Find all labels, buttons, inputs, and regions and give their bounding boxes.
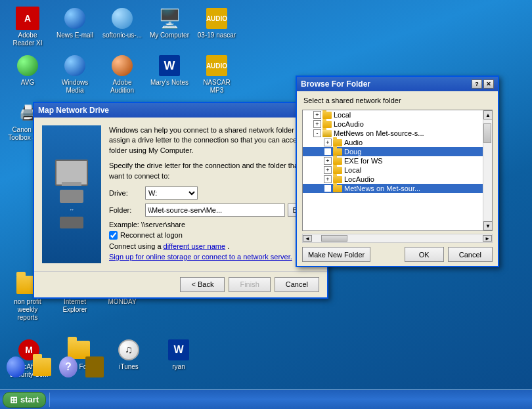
expand-local1[interactable]: +: [313, 111, 321, 119]
folder-icon-metnews2: [333, 185, 342, 192]
icon-adobe-audition[interactable]: Adobe Audition: [99, 51, 146, 97]
icon-nascar-mp3[interactable]: AUDIO NASCAR MP3: [193, 51, 240, 97]
icon-ryan[interactable]: W ryan: [155, 335, 202, 381]
browse-subtitle: Select a shared network folder: [297, 91, 498, 107]
expand-doug[interactable]: +: [324, 148, 332, 156]
icon-help-bottom[interactable]: ?: [55, 355, 81, 380]
help-titlebar-button[interactable]: ?: [472, 79, 482, 89]
tree-label-localaudio1: LocAudio: [334, 120, 364, 128]
drive-label: Drive:: [109, 189, 145, 197]
icon-folder-bottom[interactable]: [29, 355, 55, 380]
tree-item-exe[interactable]: + EXE for WS: [303, 156, 483, 165]
browse-title: Browse For Folder: [301, 79, 370, 89]
reconnect-row: Reconnect at logon: [109, 231, 319, 240]
scrollbar-up-button[interactable]: ▲: [483, 110, 493, 119]
folder-tree: + Local + LocAudio - MetNews on Met-sour…: [302, 110, 493, 231]
reconnect-checkbox[interactable]: [109, 231, 118, 240]
expand-localaudio1[interactable]: +: [313, 120, 321, 128]
tree-item-metnews2[interactable]: + MetNews on Met-sour...: [303, 184, 483, 193]
folder-icon-localaudio2: [333, 176, 342, 183]
signup-row: Sign up for online storage or connect to…: [109, 253, 319, 261]
signup-link[interactable]: Sign up for online storage or connect to…: [109, 253, 292, 261]
left-column-icons: ?: [0, 353, 110, 383]
tree-item-local1[interactable]: + Local: [303, 110, 483, 119]
map-drive-title: Map Network Drive: [38, 106, 109, 115]
tree-vertical-scrollbar[interactable]: ▲ ▼: [483, 110, 492, 230]
taskbar: ⊞ start: [0, 389, 532, 409]
icon-itunes[interactable]: ♫ iTunes: [105, 335, 152, 381]
scrollbar-thumb[interactable]: [483, 123, 491, 143]
make-new-folder-button[interactable]: Make New Folder: [302, 247, 370, 262]
map-drive-titlebar: Map Network Drive: [34, 103, 327, 118]
folder-icon-doug: [333, 148, 342, 156]
tree-label-localaudio2: LocAudio: [344, 175, 374, 183]
icon-avg[interactable]: AVG: [4, 51, 51, 97]
tree-item-local2[interactable]: + Local: [303, 165, 483, 175]
browse-cancel-button[interactable]: Cancel: [448, 247, 493, 262]
folder-icon-exe: [333, 158, 342, 165]
map-drive-buttons: < Back Finish Cancel: [34, 271, 327, 297]
expand-metnews2[interactable]: +: [324, 184, 332, 192]
start-button[interactable]: ⊞ start: [3, 392, 46, 408]
cancel-button[interactable]: Cancel: [275, 277, 319, 292]
tree-item-audio[interactable]: + Audio: [303, 138, 483, 147]
browse-ok-button[interactable]: OK: [405, 247, 444, 262]
tree-horizontal-scrollbar[interactable]: ◄ ►: [302, 234, 493, 243]
expand-metnews[interactable]: -: [313, 129, 321, 137]
expand-local2[interactable]: +: [324, 166, 332, 174]
tree-label-local2: Local: [344, 166, 361, 174]
expand-localaudio2[interactable]: +: [324, 175, 332, 183]
icon-my-computer[interactable]: 🖥️ My Computer: [146, 4, 193, 50]
icon-softonic[interactable]: softonic-us-...: [99, 4, 146, 50]
tree-item-metnews[interactable]: - MetNews on Met-source-s...: [303, 129, 483, 138]
connect-user-row: Connect using a different user name .: [109, 242, 319, 250]
tree-label-exe: EXE for WS: [344, 157, 383, 165]
windows-logo-icon: ⊞: [10, 395, 18, 405]
horiz-scroll-right[interactable]: ►: [483, 235, 492, 242]
back-button[interactable]: < Back: [180, 277, 225, 292]
folder-icon-audio: [333, 139, 342, 146]
icon-nascar[interactable]: AUDIO 03-19 nascar: [193, 4, 240, 50]
scrollbar-down-button[interactable]: ▼: [483, 221, 493, 230]
folder-label: Folder:: [109, 206, 145, 214]
browse-for-folder-dialog: Browse For Folder ? ✕ Select a shared ne…: [296, 75, 499, 267]
map-drive-right: Windows can help you connect to a shared…: [109, 125, 319, 263]
tree-item-localaudio2[interactable]: + LocAudio: [303, 175, 483, 184]
drive-form-row: Drive: W:: [109, 186, 319, 200]
expand-audio[interactable]: +: [324, 139, 332, 146]
tree-label-local1: Local: [334, 111, 351, 119]
different-user-link[interactable]: different user name: [164, 242, 226, 250]
finish-button[interactable]: Finish: [229, 277, 270, 292]
icon-adobe-reader[interactable]: A Adobe Reader XI: [4, 4, 51, 50]
close-titlebar-button[interactable]: ✕: [483, 79, 494, 89]
folder-form-row: Folder: Brow...: [109, 204, 319, 217]
map-network-drive-dialog: Map Network Drive ↔ Windows can help you…: [33, 102, 328, 299]
ok-cancel-group: OK Cancel: [405, 247, 493, 262]
tree-label-metnews2: MetNews on Met-sour...: [344, 184, 420, 192]
titlebar-buttons: ? ✕: [472, 79, 494, 89]
horiz-scroll-thumb[interactable]: [321, 235, 347, 242]
tree-label-doug: Doug: [344, 148, 361, 156]
browse-titlebar: Browse For Folder ? ✕: [297, 77, 498, 91]
expand-exe[interactable]: +: [324, 157, 332, 165]
tree-content: + Local + LocAudio - MetNews on Met-sour…: [303, 110, 483, 230]
drive-select[interactable]: W:: [145, 186, 198, 200]
browse-dialog-buttons: Make New Folder OK Cancel: [297, 243, 498, 266]
folder-icon-local1: [322, 112, 332, 119]
folder-icon-localaudio1: [322, 121, 332, 128]
icon-news-email[interactable]: News E-mail: [51, 4, 99, 50]
tree-item-localaudio1[interactable]: + LocAudio: [303, 119, 483, 129]
folder-icon-local2: [333, 167, 342, 174]
taskbar-separator: [49, 393, 50, 407]
icon-windows-media[interactable]: Windows Media: [51, 51, 99, 97]
folder-input[interactable]: [145, 204, 285, 217]
icon-misc-bottom[interactable]: [81, 355, 108, 380]
folder-icon-metnews: [322, 130, 332, 137]
icon-marys-notes[interactable]: W Mary's Notes: [146, 51, 193, 97]
tree-item-doug[interactable]: + Doug: [303, 147, 483, 156]
horiz-scroll-left[interactable]: ◄: [303, 235, 312, 242]
map-drive-desc2: Specify the drive letter for the connect…: [109, 161, 319, 181]
icon-ie-bottom[interactable]: [3, 355, 29, 380]
map-drive-desc: Windows can help you connect to a shared…: [109, 125, 319, 156]
tree-label-audio: Audio: [344, 139, 363, 146]
